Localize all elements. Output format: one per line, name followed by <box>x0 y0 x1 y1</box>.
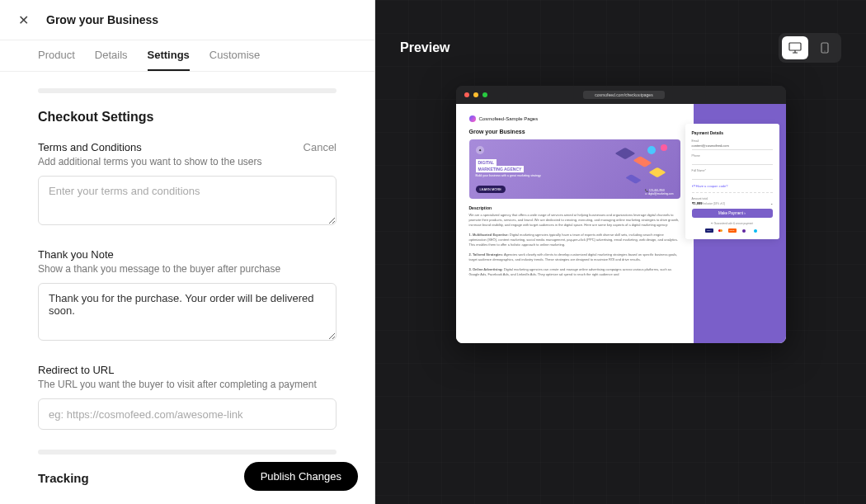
rupay-logo: RuPay <box>728 228 737 233</box>
payment-card: Payment Details Email content@cosmofeed.… <box>685 124 779 239</box>
close-icon[interactable]: ✕ <box>13 10 33 30</box>
visa-logo: VISA <box>705 228 713 233</box>
redirect-label: Redirect to URL <box>38 364 337 376</box>
desktop-icon[interactable] <box>782 36 808 59</box>
redirect-input[interactable] <box>38 398 337 430</box>
tab-customise[interactable]: Customise <box>209 40 260 71</box>
terms-cancel[interactable]: Cancel <box>304 141 337 153</box>
phonepe-logo <box>740 228 748 233</box>
device-toggle <box>779 33 841 63</box>
amount-sub: Inclusive (18% +₹2) <box>703 202 726 205</box>
tab-settings[interactable]: Settings <box>148 40 190 71</box>
traffic-lights <box>464 92 487 97</box>
desc-p4: 3. Online Advertising: Digital marketing… <box>469 267 680 277</box>
chevron-down-icon: ⌄ <box>770 201 773 205</box>
checkout-settings-title: Checkout Settings <box>38 110 337 125</box>
brand-name: Cosmofeed-Sample Pages <box>479 116 539 121</box>
hero-banner: ✦ DIGITAL MARKETING AGENCY Build your bu… <box>469 139 680 199</box>
brand-logo <box>469 115 476 122</box>
settings-scroll[interactable]: Checkout Settings Terms and Conditions A… <box>0 72 374 504</box>
terms-label: Terms and Conditions <box>38 141 261 153</box>
desc-p3-bold: 2. Tailored Strategies: <box>469 252 504 257</box>
desc-label: Description <box>469 205 680 210</box>
paytm-logo <box>751 228 760 233</box>
secure-text: 🛡 Guaranteed safe & secure payment <box>692 222 773 225</box>
amount-value: ₹1,999 <box>692 201 703 205</box>
thanks-desc: Show a thank you message to the buyer af… <box>38 263 337 275</box>
browser-frame: cosmofeed.com/checkoutpages Cosmofeed-Sa… <box>456 86 786 343</box>
desc-p2: 1. Multifaceted Expertise: Digital marke… <box>469 233 680 247</box>
thanks-label: Thank you Note <box>38 248 337 261</box>
pay-phone-label: Phone <box>692 154 773 158</box>
tab-product[interactable]: Product <box>38 40 75 71</box>
pay-name-input <box>692 173 773 180</box>
hero-line1: DIGITAL <box>476 159 497 166</box>
amount-row: ₹1,999 Inclusive (18% +₹2) ⌄ <box>692 201 773 205</box>
hero-sub: Build your business with a great marketi… <box>476 174 674 177</box>
page-title: Grow your Business <box>46 13 158 26</box>
publish-button[interactable]: Publish Changes <box>244 462 358 491</box>
desc-p1: We are a specialized agency that offers … <box>469 213 680 228</box>
desc-p4-bold: 3. Online Advertising: <box>469 267 503 271</box>
desc-p3: 2. Tailored Strategies: Agencies work cl… <box>469 252 680 262</box>
svg-rect-0 <box>789 43 801 50</box>
terms-desc: Add additional terms you want to show to… <box>38 156 261 167</box>
pay-button: Make Payment › <box>692 209 773 218</box>
amount-label: Amount total <box>692 197 773 200</box>
preview-title: Preview <box>400 40 449 55</box>
terms-textarea[interactable] <box>38 176 337 225</box>
hero-cta: LEARN MORE <box>476 186 506 193</box>
mastercard-logo <box>717 228 725 233</box>
tabs: Product Details Settings Customise <box>0 40 374 72</box>
secure-label: Guaranteed safe & secure payment <box>714 222 753 225</box>
mini-page-title: Grow your Business <box>469 129 680 134</box>
pay-title: Payment Details <box>692 130 773 135</box>
thanks-textarea[interactable]: Thank you for the purchase. Your order w… <box>38 283 337 341</box>
redirect-desc: The URL you want the buyer to visit afte… <box>38 379 337 390</box>
mobile-icon[interactable] <box>812 36 838 59</box>
pay-phone-input <box>692 158 773 165</box>
section-divider <box>38 88 337 93</box>
coupon-text: Have a coupon code? <box>696 184 728 188</box>
hero-line2: MARKETING AGENCY <box>476 166 525 172</box>
tab-details[interactable]: Details <box>95 40 128 71</box>
svg-point-2 <box>824 50 825 51</box>
desc-p2-bold: 1. Multifaceted Expertise: <box>469 233 509 237</box>
coupon-link: 🏷 Have a coupon code? <box>692 184 773 188</box>
payment-logos: VISA RuPay <box>692 228 773 233</box>
pay-name-label: Full Name* <box>692 169 773 172</box>
section-divider <box>38 450 337 455</box>
pay-email-input: content@cosmofeed.com <box>692 144 773 150</box>
url-bar: cosmofeed.com/checkoutpages <box>583 91 664 99</box>
pay-email-label: Email <box>692 139 773 143</box>
